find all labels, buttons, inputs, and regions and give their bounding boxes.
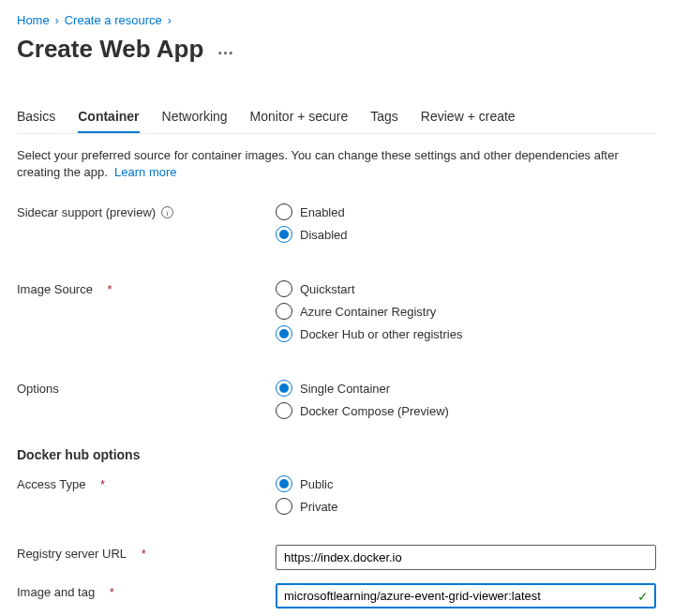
radio-icon (276, 203, 292, 220)
image-source-dockerhub-option[interactable]: Docker Hub or other registries (276, 325, 656, 342)
access-type-public-option[interactable]: Public (276, 475, 656, 492)
radio-label: Public (300, 477, 333, 491)
radio-icon (276, 325, 292, 342)
image-tag-label: Image and tag * (17, 583, 276, 599)
radio-label: Azure Container Registry (300, 305, 436, 319)
info-icon[interactable]: i (161, 206, 173, 218)
tabs: Basics Container Networking Monitor + se… (17, 101, 656, 134)
breadcrumb-create-resource[interactable]: Create a resource (65, 13, 162, 27)
radio-icon (276, 475, 292, 492)
radio-icon (276, 226, 292, 243)
page-title-text: Create Web App (17, 35, 203, 64)
sidecar-radio-group: Enabled Disabled (276, 203, 656, 243)
radio-icon (276, 303, 292, 320)
tab-tags[interactable]: Tags (370, 101, 398, 133)
image-tag-input[interactable] (276, 583, 656, 608)
page-title: Create Web App … (17, 35, 656, 64)
image-source-label: Image Source * (17, 280, 276, 296)
description: Select your preferred source for contain… (17, 147, 656, 181)
more-actions-button[interactable]: … (217, 39, 234, 59)
chevron-right-icon: › (55, 14, 59, 27)
image-source-radio-group: Quickstart Azure Container Registry Dock… (276, 280, 656, 342)
access-type-radio-group: Public Private (276, 475, 656, 515)
sidecar-enabled-option[interactable]: Enabled (276, 203, 656, 220)
radio-label: Single Container (300, 382, 390, 396)
options-single-option[interactable]: Single Container (276, 380, 656, 397)
learn-more-link[interactable]: Learn more (114, 165, 176, 179)
chevron-right-icon: › (168, 14, 172, 27)
docker-hub-heading: Docker hub options (17, 447, 656, 462)
options-radio-group: Single Container Docker Compose (Preview… (276, 380, 656, 419)
access-type-private-option[interactable]: Private (276, 498, 656, 515)
image-source-acr-option[interactable]: Azure Container Registry (276, 303, 656, 320)
access-type-label: Access Type * (17, 475, 276, 491)
sidecar-disabled-option[interactable]: Disabled (276, 226, 656, 243)
radio-icon (276, 280, 292, 297)
tab-networking[interactable]: Networking (162, 101, 228, 133)
radio-label: Quickstart (300, 282, 355, 296)
radio-icon (276, 498, 292, 515)
sidecar-label: Sidecar support (preview) i (17, 203, 276, 219)
breadcrumb-home[interactable]: Home (17, 13, 50, 27)
radio-icon (276, 380, 292, 397)
image-source-quickstart-option[interactable]: Quickstart (276, 280, 656, 297)
radio-label: Disabled (300, 228, 348, 242)
radio-label: Enabled (300, 205, 345, 219)
registry-url-input[interactable] (276, 545, 656, 570)
tab-review[interactable]: Review + create (421, 101, 516, 133)
options-compose-option[interactable]: Docker Compose (Preview) (276, 402, 656, 419)
radio-icon (276, 402, 292, 419)
radio-label: Docker Hub or other registries (300, 327, 462, 341)
tab-monitor[interactable]: Monitor + secure (250, 101, 349, 133)
registry-url-label: Registry server URL * (17, 545, 276, 561)
tab-basics[interactable]: Basics (17, 101, 55, 133)
checkmark-icon: ✓ (637, 589, 649, 604)
description-text: Select your preferred source for contain… (17, 148, 619, 179)
radio-label: Private (300, 500, 337, 514)
radio-label: Docker Compose (Preview) (300, 404, 449, 418)
tab-container[interactable]: Container (78, 101, 139, 133)
breadcrumb: Home › Create a resource › (17, 13, 656, 27)
options-label: Options (17, 380, 276, 396)
